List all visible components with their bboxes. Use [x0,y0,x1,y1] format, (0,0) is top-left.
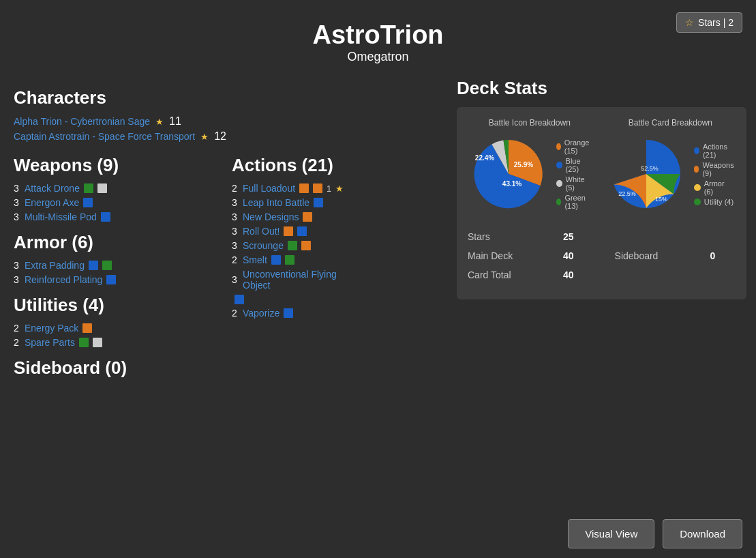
leap-link[interactable]: Leap Into Battle [243,197,309,208]
energy-pack-link[interactable]: Energy Pack [25,323,78,334]
smelt-link[interactable]: Smelt [243,254,267,265]
count-badge: 1 [327,183,331,194]
star-icon: ☆ [685,17,694,28]
blue-icon [101,212,110,222]
star-icon-char1: ★ [155,117,164,127]
stats-box: Battle Icon Breakdown [457,107,746,299]
count: 3 [14,260,20,271]
multi-missile-link[interactable]: Multi-Missile Pod [25,211,97,222]
character-link-1[interactable]: Alpha Trion - Cybertronian Sage [14,116,150,127]
legend-utility: Utility (4) [694,198,736,206]
blue-icon [271,255,281,265]
total-row: Card Total 40 [468,269,736,280]
char1-stars: 11 [169,115,181,128]
ufo-link[interactable]: Unconventional Flying Object [243,269,359,291]
orange-icon [313,183,322,193]
legend-label-utility: Utility (4) [704,198,734,206]
icon-pie-container: 25.9% 43.1% 22.4% [468,133,549,218]
bottom-bar: Visual View Download [0,510,756,558]
main-layout: Characters Alpha Trion - Cybertronian Sa… [0,78,756,385]
weapons-pct: 22.5% [618,190,636,197]
stars-label: Stars [468,231,522,242]
card-row-attack-drone: 3 Attack Drone [14,183,218,194]
card-row-spare-parts: 2 Spare Parts [14,337,218,348]
orange-icon [299,183,309,193]
attack-drone-link[interactable]: Attack Drone [25,183,80,194]
spare-parts-link[interactable]: Spare Parts [25,337,75,348]
legend-blue: Blue (25) [556,157,592,173]
sideboard-stat-label: Sideboard [615,250,669,261]
blue-icon [314,198,323,207]
star-icon-action: ★ [335,183,344,194]
green-icon [285,255,294,265]
blue-icon [83,198,93,207]
orange-icon [284,226,293,236]
count: 3 [14,211,20,222]
app-title: AstroTrion [0,20,756,50]
download-button[interactable]: Download [663,519,742,548]
legend-orange: Orange (15) [556,138,592,155]
reinforced-plating-link[interactable]: Reinforced Plating [25,274,102,285]
card-row-energy-pack: 2 Energy Pack [14,323,218,334]
legend-dot-green [556,199,561,205]
energon-axe-link[interactable]: Energon Axe [25,197,79,208]
roll-out-link[interactable]: Roll Out! [243,226,279,237]
legend-label-weapons: Weapons (9) [702,161,736,177]
card-row-ufo: 3 Unconventional Flying Object [232,269,368,304]
card-row-roll-out: 3 Roll Out! [232,226,436,237]
battle-card-title: Battle Card Breakdown [605,118,736,128]
legend-green: Green (13) [556,194,592,210]
stars-button[interactable]: ☆ Stars | 2 [676,12,742,33]
stars-value: 25 [563,231,574,242]
legend-label-orange: Orange (15) [564,138,592,155]
legend-white: White (5) [556,175,592,192]
scrounge-link[interactable]: Scrounge [243,240,284,251]
visual-view-button[interactable]: Visual View [568,519,654,548]
charts-row: Battle Icon Breakdown [468,118,736,218]
actions-pct: 52.5% [641,165,659,172]
sideboard-heading: Sideboard (0) [14,357,218,379]
deck-columns: Weapons (9) 3 Attack Drone 3 Energon Axe… [14,145,436,385]
full-loadout-link[interactable]: Full Loadout [243,183,295,194]
legend-dot-armor [694,184,701,191]
icon-chart-with-legend: 25.9% 43.1% 22.4% Orange (15) [468,133,592,218]
character-row-1: Alpha Trion - Cybertronian Sage ★ 11 [14,115,436,128]
armor-pct: 15% [655,196,667,203]
legend-actions: Actions (21) [694,143,736,159]
characters-heading: Characters [14,87,436,108]
blue-icon [89,261,98,270]
extra-padding-link[interactable]: Extra Padding [25,260,85,271]
title-section: AstroTrion Omegatron [0,0,756,78]
left-column: Characters Alpha Trion - Cybertronian Sa… [14,78,436,385]
actions-col: Actions (21) 2 Full Loadout 1 ★ 3 Leap I… [232,145,436,385]
armor-heading: Armor (6) [14,232,218,253]
icon-pie-svg: 25.9% 43.1% 22.4% [468,133,549,215]
blue-icon [106,275,116,284]
card-row-extra-padding: 3 Extra Padding [14,260,218,271]
legend-weapons: Weapons (9) [694,161,736,177]
char2-stars: 12 [214,130,226,143]
right-column: Deck Stats Battle Icon Breakdown [457,78,746,385]
card-total-value: 40 [563,269,574,280]
card-row-reinforced-plating: 3 Reinforced Plating [14,274,218,285]
blue-icon [297,226,307,236]
character-row-2: Captain Astrotrain - Space Force Transpo… [14,130,436,143]
orange-icon [303,212,312,222]
card-row-multi-missile: 3 Multi-Missile Pod [14,211,218,222]
new-designs-link[interactable]: New Designs [243,211,299,222]
stars-label: Stars | 2 [698,17,734,28]
blue-icon [235,295,244,304]
stars-row: Stars 25 [468,231,736,242]
card-row-scrounge: 3 Scrounge [232,240,436,251]
white-icon [93,338,102,347]
card-row-full-loadout: 2 Full Loadout 1 ★ [232,183,436,194]
card-legend: Actions (21) Weapons (9) Armor (6) [694,143,736,208]
vaporize-link[interactable]: Vaporize [243,308,279,319]
count: 2 [14,323,20,334]
card-row-energon-axe: 3 Energon Axe [14,197,218,208]
orange-icon [301,241,311,250]
legend-dot-actions [694,147,699,154]
character-link-2[interactable]: Captain Astrotrain - Space Force Transpo… [14,131,195,142]
utilities-heading: Utilities (4) [14,295,218,316]
legend-dot-orange [556,143,561,150]
